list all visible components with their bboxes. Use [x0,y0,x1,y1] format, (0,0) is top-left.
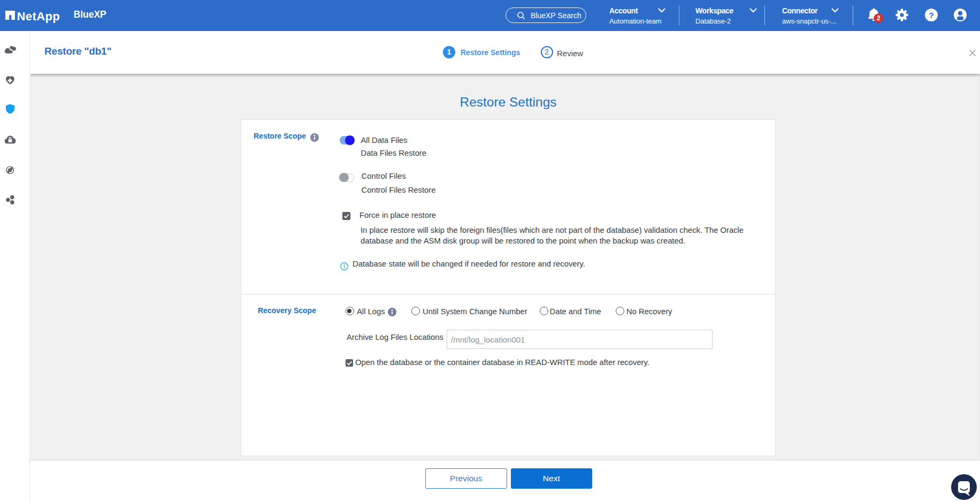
svg-text:?: ? [929,10,933,19]
svg-text:2: 2 [877,14,881,22]
